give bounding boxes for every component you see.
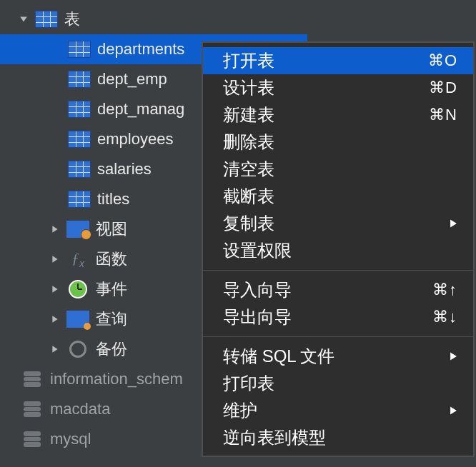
menu-item-maintain[interactable]: 维护 — [203, 397, 473, 424]
database-label: macdata — [50, 400, 110, 418]
menu-item-set-privileges[interactable]: 设置权限 — [203, 237, 473, 264]
chevron-right-icon — [450, 351, 457, 361]
menu-item-reverse-to-model[interactable]: 逆向表到模型 — [203, 424, 473, 451]
function-icon: ƒx — [66, 249, 90, 269]
table-icon — [67, 69, 91, 89]
chevron-right-icon — [450, 406, 457, 416]
menu-item-print-table[interactable]: 打印表 — [203, 370, 473, 397]
table-icon — [67, 129, 91, 149]
database-icon — [20, 369, 44, 389]
tree-label-events: 事件 — [96, 278, 127, 300]
menu-item-copy-table[interactable]: 复制表 — [203, 210, 473, 237]
menu-shortcut: ⌘D — [429, 79, 457, 97]
table-label: departments — [97, 40, 184, 59]
database-icon — [20, 399, 44, 419]
menu-separator — [203, 270, 473, 271]
database-icon — [20, 429, 44, 449]
menu-item-import-wizard[interactable]: 导入向导 ⌘↑ — [203, 276, 473, 303]
menu-shortcut: ⌘↓ — [432, 308, 457, 326]
menu-item-design-table[interactable]: 设计表 ⌘D — [203, 74, 473, 101]
tree-label-backups: 备份 — [96, 338, 127, 360]
table-label: dept_emp — [97, 70, 167, 89]
menu-shortcut: ⌘O — [428, 51, 457, 70]
table-icon — [67, 99, 91, 119]
table-icon — [67, 189, 91, 209]
tree-label-views: 视图 — [96, 219, 127, 240]
table-label: dept_manag — [97, 100, 184, 119]
menu-item-export-wizard[interactable]: 导出向导 ⌘↓ — [203, 303, 473, 331]
tree-node-tables[interactable]: 表 — [0, 4, 307, 34]
menu-shortcut: ⌘↑ — [432, 281, 457, 299]
menu-item-truncate-table[interactable]: 截断表 — [203, 183, 473, 210]
query-icon — [66, 309, 90, 329]
menu-separator — [203, 336, 473, 337]
menu-shortcut: ⌘N — [429, 106, 457, 124]
table-icon — [67, 39, 91, 59]
table-icon — [67, 159, 91, 179]
menu-item-delete-table[interactable]: 删除表 — [203, 129, 473, 156]
table-label: salaries — [97, 160, 152, 179]
chevron-right-icon[interactable] — [49, 313, 61, 326]
database-label: mysql — [50, 430, 91, 448]
chevron-right-icon — [450, 219, 457, 229]
menu-item-dump-sql[interactable]: 转储 SQL 文件 — [203, 343, 473, 370]
menu-item-open-table[interactable]: 打开表 ⌘O — [203, 47, 473, 74]
tree-label-tables: 表 — [64, 9, 80, 30]
tree-label-functions: 函数 — [96, 248, 127, 270]
chevron-down-icon[interactable] — [17, 13, 30, 26]
context-menu: 打开表 ⌘O 设计表 ⌘D 新建表 ⌘N 删除表 清空表 截断表 复制表 设置权… — [202, 41, 475, 457]
chevron-right-icon[interactable] — [49, 343, 61, 356]
database-label: information_schem — [50, 370, 183, 388]
table-label: employees — [97, 130, 173, 149]
table-icon — [34, 9, 59, 29]
tree-label-queries: 查询 — [96, 308, 127, 330]
menu-item-empty-table[interactable]: 清空表 — [203, 156, 473, 183]
chevron-right-icon[interactable] — [49, 223, 61, 236]
table-label: titles — [97, 190, 129, 209]
clock-icon — [66, 279, 90, 299]
view-icon — [66, 219, 90, 239]
chevron-right-icon[interactable] — [49, 253, 61, 266]
chevron-right-icon[interactable] — [49, 283, 61, 296]
menu-item-new-table[interactable]: 新建表 ⌘N — [203, 101, 473, 129]
backup-icon — [66, 339, 90, 359]
